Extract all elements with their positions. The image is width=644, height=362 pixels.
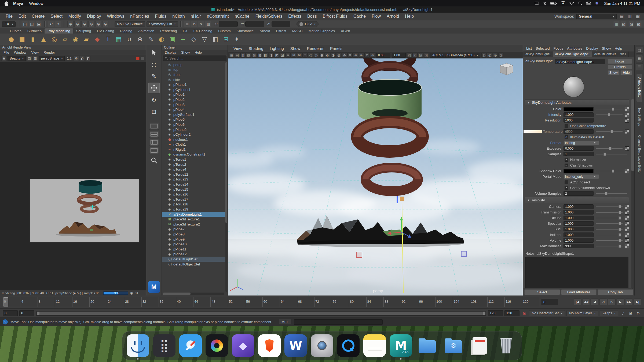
- shelf-tab[interactable]: FX Caching: [191, 28, 215, 34]
- renderview-toolbar-icon[interactable]: ⚙: [74, 56, 79, 61]
- snap-icon[interactable]: ⊙: [74, 21, 80, 27]
- dock-icon[interactable]: [311, 334, 333, 357]
- exposure-field[interactable]: 0.00: [376, 53, 390, 58]
- viewport-toolbar-icon[interactable]: ▥: [240, 53, 246, 58]
- viewport-toolbar-icon[interactable]: ◷: [498, 53, 503, 58]
- outliner-item[interactable]: ◯ defaultLightSet: [162, 257, 225, 262]
- texture-map-button[interactable]: [625, 169, 629, 173]
- sidebar-toggle-icon-2[interactable]: ▥: [627, 14, 633, 19]
- maya-menu-item[interactable]: nParticles: [127, 13, 152, 20]
- maya-menu-item[interactable]: nHair: [188, 13, 204, 20]
- shelf-tab[interactable]: Motion Graphics: [306, 28, 338, 34]
- snap-icon[interactable]: ⊗: [81, 21, 87, 27]
- dock-icon[interactable]: [179, 334, 202, 357]
- attribute-value-field[interactable]: 1.000: [564, 227, 594, 231]
- outliner-item[interactable]: ◈ pPipe11: [162, 247, 225, 252]
- maya-menu-item[interactable]: Boss: [304, 13, 320, 20]
- texture-map-button[interactable]: [625, 244, 629, 248]
- maya-menu-item[interactable]: Create: [29, 13, 47, 20]
- renderview-toolbar-icon[interactable]: ▦: [33, 56, 38, 61]
- snapshot-button[interactable]: [141, 57, 144, 60]
- shelf-tool-icon[interactable]: +: [178, 34, 188, 44]
- maya-menu-item[interactable]: Flow: [369, 13, 384, 20]
- divider[interactable]: [111, 21, 112, 27]
- camera-icon[interactable]: ◉: [130, 291, 133, 295]
- sidebar-toggle-icon-1[interactable]: ▤: [619, 14, 625, 19]
- viewport-toolbar-icon[interactable]: ○: [308, 53, 313, 58]
- bluetooth-icon[interactable]: [543, 1, 546, 5]
- outliner-item[interactable]: ◎ front: [162, 72, 225, 77]
- playback-start-field[interactable]: 0: [19, 310, 34, 316]
- shelf-tool-icon[interactable]: ▲: [39, 34, 48, 44]
- attribute-value-field[interactable]: 1.000: [564, 216, 594, 220]
- color-space-selector[interactable]: ACES 1.0 SDR-video (sRGB)▾: [430, 53, 480, 58]
- outliner-item[interactable]: ◈ pTorus13: [162, 177, 225, 182]
- display-mirroring-icon[interactable]: [535, 2, 539, 5]
- maya-menu-item[interactable]: Help: [402, 13, 417, 20]
- attribute-editor-tab[interactable]: aiSkyDomeLightShape1: [553, 51, 592, 57]
- account-button[interactable]: DJ A ▾: [297, 21, 319, 27]
- shelf-tab[interactable]: Custom: [215, 28, 234, 34]
- slider-knob[interactable]: [608, 113, 610, 116]
- dock-icon[interactable]: [363, 334, 386, 357]
- scene-file-icon[interactable]: ▢: [22, 21, 28, 27]
- outliner-item[interactable]: ◈ pPlane2: [162, 127, 225, 132]
- maya-menu-item[interactable]: Effects: [285, 13, 304, 20]
- outliner-item[interactable]: ◈ pPipe5: [162, 117, 225, 122]
- outliner-item[interactable]: ◈ pPipe3: [162, 102, 225, 107]
- viewport-toolbar-icon[interactable]: ◎: [314, 53, 319, 58]
- attribute-value-field[interactable]: interior_only: [564, 174, 599, 179]
- workspace-selector[interactable]: General▾: [576, 14, 617, 19]
- slider-knob[interactable]: [610, 130, 613, 133]
- dock-icon[interactable]: [416, 334, 438, 357]
- shelf-tool-icon[interactable]: ✦: [232, 34, 241, 44]
- notes-text-area[interactable]: [525, 257, 628, 288]
- outliner-item[interactable]: ◈ pTorus4: [162, 167, 225, 172]
- viewport-toolbar-icon[interactable]: ▦: [229, 53, 234, 58]
- shelf-tab[interactable]: Poly Modeling: [45, 28, 73, 34]
- outliner-item[interactable]: ◈ pPipe10: [162, 242, 225, 247]
- menubar-app-menu[interactable]: Maya: [13, 1, 23, 6]
- maya-menu-item[interactable]: nConstraint: [204, 13, 232, 20]
- range-handle-right[interactable]: [483, 312, 485, 315]
- layout-four-pane-button[interactable]: [149, 131, 159, 138]
- attribute-checkbox[interactable]: [565, 124, 568, 128]
- menu-set-selector[interactable]: FX▾: [2, 21, 16, 27]
- presets-button[interactable]: Presets: [608, 65, 632, 69]
- rotate-tool-button[interactable]: ↻: [148, 94, 160, 105]
- attribute-value-field[interactable]: latlong: [564, 141, 599, 145]
- divider[interactable]: [44, 21, 46, 27]
- attribute-editor-menu-item[interactable]: Display: [584, 46, 600, 50]
- playback-end-field[interactable]: 120: [488, 310, 503, 316]
- shelf-tab[interactable]: Surfaces: [24, 28, 45, 34]
- character-set-selector[interactable]: No Character Set▾: [529, 310, 565, 316]
- maya-menu-item[interactable]: Windows: [104, 13, 127, 20]
- section-header-visibility[interactable]: ▼ Visibility: [525, 197, 629, 203]
- x-coordinate-field[interactable]: [219, 21, 238, 27]
- outliner-item[interactable]: ◈ pPlane1: [162, 82, 225, 87]
- attribute-value-field[interactable]: 1.000: [564, 221, 594, 226]
- outliner-item[interactable]: ◈ pTorus19: [162, 207, 225, 212]
- shelf-tool-icon[interactable]: ⊞: [221, 34, 231, 44]
- viewport-toolbar-icon[interactable]: ◵: [487, 53, 492, 58]
- attribute-slider[interactable]: [596, 191, 627, 196]
- texture-map-button[interactable]: [625, 210, 629, 215]
- renderview-camera-icon[interactable]: ◉: [1, 56, 6, 61]
- renderview-menu-item[interactable]: Window: [12, 50, 29, 55]
- shelf-tool-icon[interactable]: ▱: [60, 34, 70, 44]
- shelf-tab[interactable]: Curves: [7, 28, 24, 34]
- dock-icon[interactable]: [337, 334, 360, 357]
- attribute-slider[interactable]: [596, 227, 623, 231]
- attribute-value-field[interactable]: 2: [564, 191, 594, 196]
- playback-button[interactable]: ◁: [599, 298, 607, 305]
- history-toggle-icon[interactable]: ↺: [191, 21, 197, 27]
- snap-icon[interactable]: ⊕: [67, 21, 74, 27]
- sidebar-vertical-tab[interactable]: Channel Box / Layer Editor: [636, 132, 642, 177]
- outliner-item[interactable]: ◈ pPipe6: [162, 122, 225, 127]
- slider-knob[interactable]: [619, 228, 621, 231]
- outliner-item[interactable]: ◆ dynamicConstraint1: [162, 152, 225, 157]
- undo-redo-icon[interactable]: ↶: [48, 21, 54, 27]
- outliner-item[interactable]: ◈ pPipe8: [162, 232, 225, 237]
- range-handle-left[interactable]: [37, 312, 39, 315]
- attribute-value-field[interactable]: 1.000: [564, 238, 594, 243]
